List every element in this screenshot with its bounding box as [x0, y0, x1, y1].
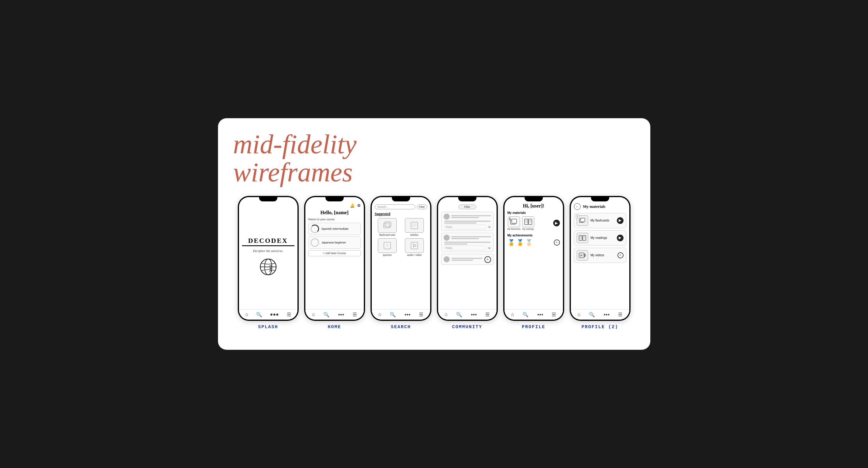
suggested-label: Suggested: [375, 212, 427, 216]
phone-splash: DECODEX Decipher the universe.: [238, 196, 299, 321]
phone-search-wrapper: Search... Filter Suggested flashcard set…: [371, 196, 431, 330]
profile2-readings-item[interactable]: My readings ▶: [574, 230, 626, 245]
post-2-emoji-icon[interactable]: ☺: [488, 246, 491, 250]
readings-arrow-button[interactable]: ▶: [617, 235, 623, 241]
profile2-flashcards-item[interactable]: 1 My flashcards ▶: [574, 213, 626, 228]
nav-search-icon-p[interactable]: 🔍: [522, 312, 529, 318]
settings-icon[interactable]: ⚙: [357, 203, 361, 208]
nav-home-icon-p[interactable]: ⌂: [511, 312, 514, 317]
profile-screen: Hi, [user]! My materials 1 My flashcards: [504, 197, 563, 309]
profile-flashcards-item[interactable]: 1 My flashcards: [507, 216, 521, 230]
profile-readings-item[interactable]: My readings: [522, 216, 534, 230]
post-2-reply-input[interactable]: Reply...: [443, 245, 487, 250]
home-topbar: 🔔 ⚙: [308, 203, 361, 208]
home-bottom-nav: ⌂ 🔍 ●●● ☰: [305, 309, 364, 320]
search-item-audio-video[interactable]: audio / video: [402, 238, 427, 257]
post-2-lines: [451, 236, 491, 239]
nav-chat-icon-p[interactable]: ●●●: [537, 313, 543, 316]
course-item-spanish[interactable]: Spanish intermediate: [308, 223, 361, 235]
readings-box: [522, 216, 534, 227]
nav-search-icon[interactable]: 🔍: [256, 312, 262, 318]
post-1-emoji-icon[interactable]: ☺: [488, 225, 491, 229]
search-bottom-nav: ⌂ 🔍 ●●● ☰: [372, 309, 430, 320]
nav-profile-icon-p[interactable]: ☰: [552, 312, 556, 318]
phone-profile2-wrapper: ← My materials 1 My flashcards ▶: [570, 196, 630, 330]
search-item-flashcard-sets[interactable]: flashcard sets: [375, 218, 400, 236]
profile2-readings-label: My readings: [591, 236, 614, 239]
post-1-reply-input[interactable]: Reply...: [443, 225, 487, 229]
add-post-button[interactable]: +: [485, 256, 491, 263]
videos-add-button[interactable]: +: [617, 252, 623, 258]
add-course-button[interactable]: + Add New Course: [308, 250, 361, 256]
profile2-flashcards-label: My flashcards: [591, 219, 614, 222]
notch-search: [392, 197, 410, 201]
search-item-articles[interactable]: articles: [402, 218, 427, 236]
filter-button[interactable]: Filter: [417, 204, 427, 209]
phone-search-inner: Search... Filter Suggested flashcard set…: [372, 197, 430, 320]
post-1-reply-row: Reply... ☺: [443, 225, 491, 229]
nav-search-icon-s[interactable]: 🔍: [390, 312, 396, 318]
nav-search-icon-c[interactable]: 🔍: [456, 312, 462, 318]
search-screen: Search... Filter Suggested flashcard set…: [372, 197, 430, 309]
search-item-quizzes[interactable]: ? quizzes: [375, 238, 400, 257]
splash-label: SPLASH: [258, 324, 278, 330]
nav-profile-icon[interactable]: ☰: [287, 312, 291, 318]
phone-profile-inner: Hi, [user]! My materials 1 My flashcards: [504, 197, 563, 320]
nav-home-icon-c[interactable]: ⌂: [445, 312, 448, 317]
nav-chat-icon-p2[interactable]: ●●●: [603, 313, 610, 316]
nav-profile-icon-c[interactable]: ☰: [485, 312, 490, 318]
quizzes-label: quizzes: [383, 254, 392, 257]
post-2-reply-row: Reply... ☺: [443, 245, 491, 250]
materials-arrow-button[interactable]: ▶: [553, 220, 560, 226]
nav-home-icon-h[interactable]: ⌂: [312, 312, 315, 317]
post-2-avatar: [443, 235, 450, 241]
flashcards-arrow-button[interactable]: ▶: [617, 217, 623, 224]
nav-chat-icon-s[interactable]: ●●●: [404, 313, 410, 316]
post-3-lines: [452, 258, 483, 261]
search-label: SEARCH: [391, 324, 411, 330]
community-filter-button[interactable]: Filter: [459, 204, 476, 209]
post-1-header: [443, 213, 491, 220]
nav-chat-icon-h[interactable]: ●●●: [338, 313, 344, 316]
svg-text:?: ?: [386, 243, 388, 248]
phone-profile2-inner: ← My materials 1 My flashcards ▶: [571, 197, 629, 320]
nav-chat-icon-c[interactable]: ●●●: [471, 313, 477, 316]
nav-home-icon-s[interactable]: ⌂: [378, 312, 381, 317]
notch-home: [326, 197, 344, 201]
profile-greeting: Hi, [user]!: [507, 203, 560, 209]
profile2-screen: ← My materials 1 My flashcards ▶: [571, 197, 629, 309]
search-input[interactable]: Search...: [375, 204, 415, 209]
phone-splash-inner: DECODEX Decipher the universe.: [239, 197, 298, 320]
splash-globe-icon: [259, 258, 277, 276]
phone-profile: Hi, [user]! My materials 1 My flashcards: [503, 196, 564, 321]
course-item-japanese[interactable]: Japanese beginner: [308, 236, 361, 248]
svg-rect-33: [583, 236, 586, 240]
svg-rect-21: [512, 219, 517, 223]
course-progress-spanish: [311, 225, 319, 233]
achievements-add-button[interactable]: +: [554, 239, 560, 245]
community-post-2: Reply... ☺: [441, 233, 494, 252]
svg-rect-32: [579, 236, 582, 240]
nav-profile-icon-s[interactable]: ☰: [419, 312, 423, 318]
svg-marker-42: [581, 255, 582, 256]
main-canvas: mid-fidelity wireframes DECODEX Decipher…: [218, 118, 650, 350]
nav-profile-icon-h[interactable]: ☰: [352, 312, 357, 318]
flashcards-label: My flashcards: [507, 228, 521, 230]
nav-profile-icon-p2[interactable]: ☰: [618, 312, 622, 318]
nav-home-icon[interactable]: ⌂: [245, 312, 248, 317]
nav-chat-icon[interactable]: ●●●: [270, 312, 279, 317]
profile2-videos-icon: [577, 250, 588, 261]
nav-home-icon-p2[interactable]: ⌂: [578, 312, 581, 317]
flashcard-sets-label: flashcard sets: [379, 233, 395, 236]
notification-icon[interactable]: 🔔: [350, 203, 355, 208]
nav-search-icon-h[interactable]: 🔍: [323, 312, 330, 318]
nav-search-icon-p2[interactable]: 🔍: [589, 312, 595, 318]
achievement-badge-2: 🏅: [516, 239, 524, 246]
search-grid: flashcard sets articles ?: [375, 218, 427, 257]
notch-profile2: [591, 197, 609, 201]
back-button[interactable]: ←: [574, 203, 581, 210]
phone-profile2: ← My materials 1 My flashcards ▶: [570, 196, 630, 321]
profile2-label: PROFILE (2): [582, 324, 618, 330]
profile2-videos-item[interactable]: My videos +: [574, 248, 626, 263]
profile-achievements-row: 🏅 🏅 🏅 +: [507, 239, 560, 246]
